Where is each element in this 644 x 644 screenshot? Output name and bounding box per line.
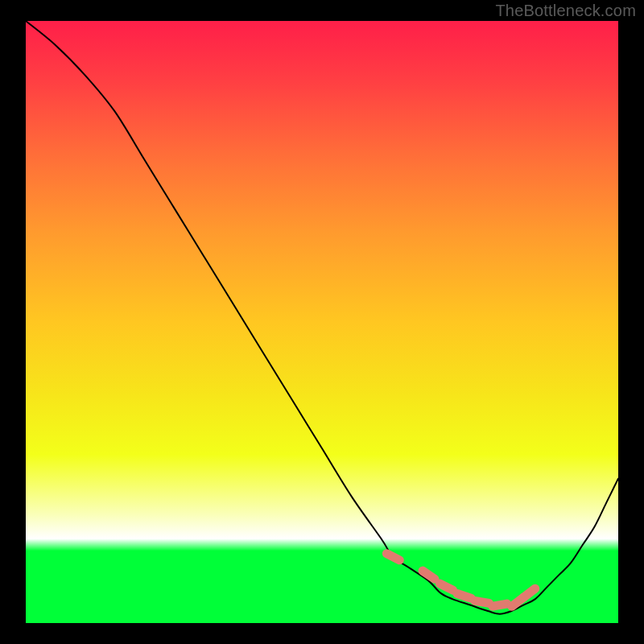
- chart-svg: [26, 21, 618, 623]
- highlight-point: [475, 601, 489, 603]
- plot-area: [26, 21, 618, 623]
- highlight-point: [493, 604, 507, 606]
- highlight-point: [457, 593, 471, 598]
- bottleneck-curve: [26, 21, 618, 614]
- optimal-range-points: [386, 554, 535, 607]
- highlight-point: [523, 588, 535, 597]
- highlight-point: [386, 554, 399, 560]
- highlight-point: [440, 584, 453, 590]
- watermark-text: TheBottleneck.com: [495, 2, 636, 20]
- chart-frame: TheBottleneck.com: [0, 0, 644, 644]
